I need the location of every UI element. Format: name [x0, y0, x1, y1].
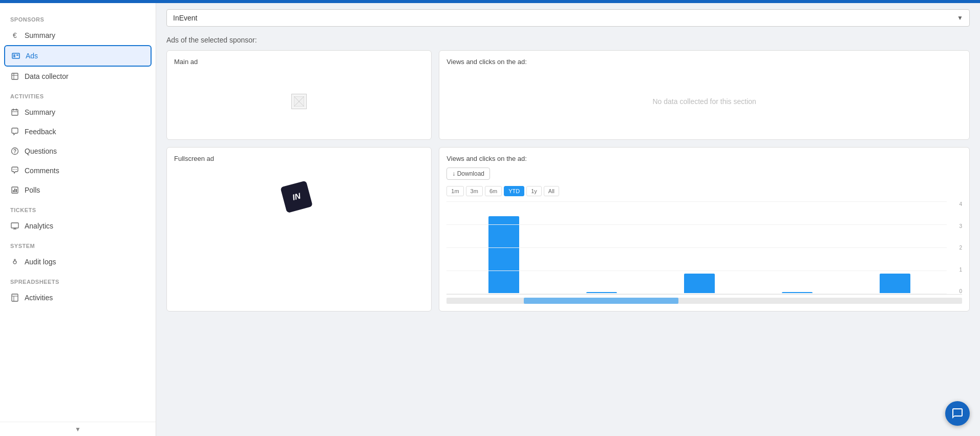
comments-icon [10, 166, 19, 175]
sponsor-selector[interactable]: InEvent ▼ [166, 9, 970, 27]
bar-5 [880, 274, 910, 293]
svg-point-22 [13, 261, 16, 264]
chat-icon [951, 407, 964, 420]
sidebar-item-activities-comments[interactable]: Comments [0, 161, 156, 180]
data-collector-icon [10, 72, 19, 81]
main-ad-card: Main ad [166, 50, 432, 140]
ads-section-label: Ads of the selected sponsor: [166, 36, 970, 44]
fullscreen-ad-chart-title: Views and clicks on the ad: [446, 155, 962, 162]
filter-6m[interactable]: 6m [485, 186, 502, 196]
feedback-icon [10, 127, 19, 136]
svg-rect-6 [12, 110, 18, 115]
audit-logs-icon [10, 257, 19, 266]
main-ad-title: Main ad [174, 58, 424, 66]
filter-1y[interactable]: 1y [526, 186, 542, 196]
sidebar-item-activities-questions[interactable]: ? Questions [0, 141, 156, 161]
y-label-3: 3 [959, 223, 962, 229]
tickets-section-label: TICKETS [0, 200, 156, 216]
svg-rect-18 [16, 189, 17, 192]
chart-y-labels: 4 3 2 1 0 [948, 201, 962, 294]
bar-group-5 [848, 274, 942, 293]
main-content: InEvent ▼ Ads of the selected sponsor: M… [156, 3, 980, 436]
fullscreen-ad-preview [174, 168, 424, 229]
filter-all[interactable]: All [544, 186, 559, 196]
y-label-4: 4 [959, 201, 962, 207]
bars-area [446, 201, 962, 293]
sponsor-selected-value: InEvent [173, 14, 197, 22]
calendar-icon [10, 108, 19, 117]
sidebar-item-label: Summary [25, 108, 55, 116]
svg-rect-16 [13, 190, 14, 192]
svg-rect-23 [12, 294, 18, 301]
sidebar-item-system-audit-logs[interactable]: Audit logs [0, 252, 156, 272]
svg-point-12 [13, 169, 14, 170]
filter-ytd[interactable]: YTD [504, 186, 524, 196]
sidebar-item-sponsors-ads[interactable]: Ads [4, 45, 152, 67]
sidebar-item-label: Comments [25, 167, 59, 175]
grid-line [446, 294, 947, 294]
chart-scroll-bar[interactable] [446, 298, 962, 304]
ads-icon [11, 51, 20, 60]
questions-icon: ? [10, 147, 19, 156]
main-ad-no-data: No data collected for this section [446, 71, 962, 132]
fullscreen-ad-card: Fullscreen ad [166, 147, 432, 312]
sidebar-item-label: Feedback [25, 128, 56, 136]
fullscreen-ad-row: Fullscreen ad Views and clicks on the ad… [166, 147, 970, 312]
y-label-1: 1 [959, 267, 962, 273]
svg-rect-19 [11, 223, 18, 228]
filter-1m[interactable]: 1m [446, 186, 463, 196]
sidebar-item-sponsors-summary[interactable]: € Summary [0, 26, 156, 45]
svg-rect-3 [12, 73, 18, 79]
sidebar-item-activities-feedback[interactable]: Feedback [0, 122, 156, 141]
sidebar-item-activities-summary[interactable]: Summary [0, 102, 156, 122]
content-area: Ads of the selected sponsor: Main ad [156, 31, 980, 436]
chart-controls: ↓ Download [446, 168, 962, 180]
activities-section-label: ACTIVITIES [0, 86, 156, 102]
main-ad-chart-card: Views and clicks on the ad: No data coll… [439, 50, 970, 140]
svg-point-13 [14, 169, 15, 170]
svg-text:?: ? [13, 149, 16, 154]
time-filters: 1m 3m 6m YTD 1y All [446, 186, 962, 196]
euro-icon: € [10, 31, 19, 40]
download-button[interactable]: ↓ Download [446, 168, 490, 180]
sidebar-item-data-collector[interactable]: Data collector [0, 67, 156, 86]
svg-rect-17 [14, 189, 15, 192]
analytics-icon [10, 221, 19, 231]
sponsors-section-label: SPONSORS [0, 9, 156, 26]
sidebar-item-label: Analytics [25, 222, 53, 230]
filter-3m[interactable]: 3m [466, 186, 483, 196]
sidebar-item-label: Ads [26, 52, 38, 60]
chevron-down-icon: ▼ [957, 14, 963, 22]
system-section-label: SYSTEM [0, 236, 156, 252]
bar-group-3 [652, 274, 746, 293]
bar-group-4 [750, 292, 844, 293]
spreadsheets-section-label: SPREADSHEETS [0, 272, 156, 288]
svg-rect-1 [13, 54, 15, 57]
sidebar-item-label: Polls [25, 186, 40, 194]
sidebar-item-label: Data collector [25, 72, 69, 80]
y-label-2: 2 [959, 245, 962, 251]
sidebar-item-activities-polls[interactable]: Polls [0, 180, 156, 200]
chevron-down-icon: ▼ [75, 426, 81, 433]
y-label-0: 0 [959, 288, 962, 294]
bar-group-2 [555, 292, 648, 293]
bar-chart-area: 4 3 2 1 0 [446, 201, 962, 295]
sidebar-item-spreadsheets-activities[interactable]: Activities [0, 288, 156, 307]
polls-icon [10, 185, 19, 195]
main-ad-preview [174, 71, 424, 132]
sidebar-item-label: Questions [25, 147, 57, 155]
chat-bubble-button[interactable] [945, 401, 970, 426]
bar-1 [488, 216, 519, 293]
fullscreen-ad-chart-card: Views and clicks on the ad: ↓ Download 1… [439, 147, 970, 312]
bar-chart: 4 3 2 1 0 [446, 201, 962, 304]
svg-point-14 [16, 169, 17, 170]
sidebar: SPONSORS € Summary Ads [0, 3, 156, 436]
bar-3 [684, 274, 715, 293]
inevent-logo-inner [280, 180, 313, 213]
chart-scroll-thumb [524, 298, 678, 304]
bar-group-1 [457, 216, 550, 293]
inevent-logo-container [281, 180, 317, 216]
bar-2 [586, 292, 617, 293]
sidebar-item-tickets-analytics[interactable]: Analytics [0, 216, 156, 236]
sidebar-scroll-down[interactable]: ▼ [0, 422, 156, 436]
